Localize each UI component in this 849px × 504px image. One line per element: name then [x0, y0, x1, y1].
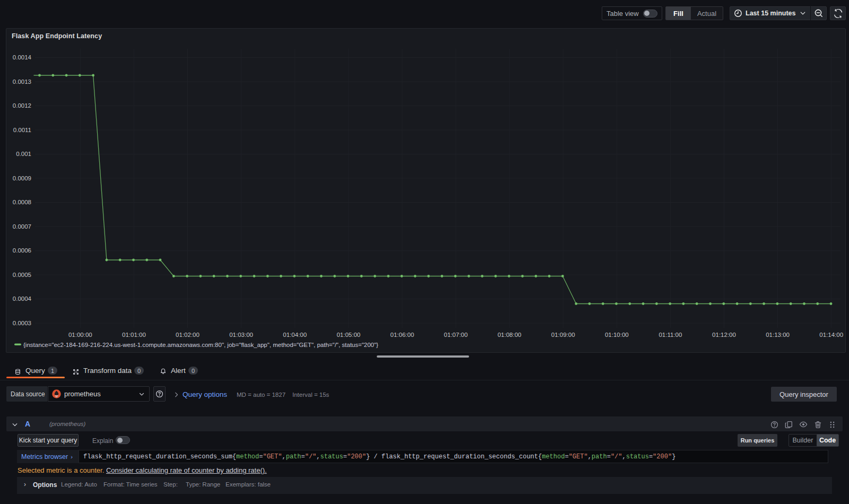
svg-text:0.0009: 0.0009: [13, 175, 31, 181]
svg-text:0.0006: 0.0006: [13, 247, 31, 254]
svg-text:01:04:00: 01:04:00: [283, 332, 307, 338]
svg-text:01:06:00: 01:06:00: [391, 332, 414, 338]
svg-text:0.0007: 0.0007: [13, 223, 31, 230]
svg-text:01:07:00: 01:07:00: [444, 332, 468, 338]
svg-text:01:05:00: 01:05:00: [336, 332, 360, 338]
svg-text:0.0004: 0.0004: [13, 296, 32, 302]
svg-text:0.0008: 0.0008: [13, 199, 31, 205]
svg-text:0.0012: 0.0012: [13, 102, 31, 109]
svg-text:{instance="ec2-184-169-216-224: {instance="ec2-184-169-216-224.us-west-1…: [23, 342, 378, 348]
svg-text:01:08:00: 01:08:00: [498, 332, 522, 338]
svg-text:01:09:00: 01:09:00: [551, 332, 575, 338]
svg-text:0.0005: 0.0005: [13, 272, 31, 278]
svg-text:0.001: 0.001: [16, 151, 31, 157]
svg-text:01:00:00: 01:00:00: [68, 332, 92, 338]
svg-text:01:14:00: 01:14:00: [819, 332, 843, 338]
svg-text:01:11:00: 01:11:00: [659, 332, 682, 338]
svg-text:01:03:00: 01:03:00: [229, 332, 253, 338]
svg-text:01:10:00: 01:10:00: [605, 332, 629, 338]
svg-text:01:13:00: 01:13:00: [766, 332, 790, 338]
svg-text:0.0013: 0.0013: [13, 79, 31, 85]
svg-text:01:12:00: 01:12:00: [712, 332, 736, 338]
svg-text:0.0014: 0.0014: [13, 54, 32, 60]
svg-text:0.0003: 0.0003: [13, 320, 31, 326]
svg-text:01:02:00: 01:02:00: [176, 332, 200, 338]
svg-text:0.0011: 0.0011: [13, 127, 31, 133]
svg-text:01:01:00: 01:01:00: [122, 332, 146, 338]
